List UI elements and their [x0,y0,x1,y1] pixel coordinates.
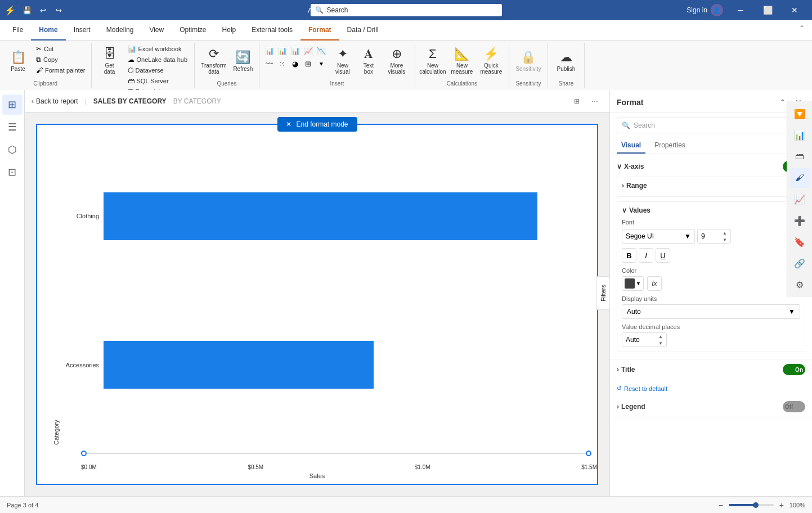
sidebar-item-dax[interactable]: ⊡ [2,162,23,182]
new-calculation-button[interactable]: Σ New calculation [419,44,447,78]
data-panel-icon[interactable]: 🗃 [789,146,810,166]
tab-format[interactable]: Format [300,20,339,40]
zoom-slider-thumb[interactable] [753,502,759,508]
tab-data-drill[interactable]: Data / Drill [339,20,387,40]
tab-modeling[interactable]: Modeling [98,20,142,40]
copy-button[interactable]: ⧉ Copy [34,55,88,65]
filter-icon-button[interactable]: ⊞ [569,93,585,109]
column-chart-icon[interactable]: 📈 [303,45,314,56]
clothing-bar[interactable] [104,192,537,240]
title-toggle[interactable]: On [783,364,805,375]
range-subsection: › Range [617,177,805,197]
settings-panel-icon[interactable]: ⚙ [789,274,810,295]
publish-button[interactable]: ☁ Publish [551,44,581,78]
display-units-select[interactable]: Auto ▼ [622,304,800,319]
sensitivity-button[interactable]: 🔒 Sensitivity [513,44,544,78]
chart-visual[interactable]: Category Clothing [36,124,598,485]
cut-button[interactable]: ✂ Cut [34,44,88,54]
filter-panel-icon[interactable]: 🔽 [789,104,810,124]
dataverse-button[interactable]: ⬡ Dataverse [125,65,191,75]
reset-to-default-button[interactable]: ↺ Reset to default [610,380,812,397]
tab-properties[interactable]: Properties [650,138,690,154]
zoom-in-button[interactable]: + [776,500,787,511]
tab-optimize[interactable]: Optimize [172,20,214,40]
scatter-chart-icon[interactable]: ⁙ [277,58,288,69]
font-family-select[interactable]: Segoe UI ▼ [622,229,695,244]
values-header[interactable]: ∨ Values [622,206,800,219]
sidebar-item-table[interactable]: ☰ [2,117,23,137]
x-axis-section-header[interactable]: ∨ X-axis On [610,156,812,177]
x-axis-left-handle[interactable] [81,451,87,456]
add-panel-icon[interactable]: ➕ [789,210,810,231]
decimal-up-button[interactable]: ▲ [658,333,663,340]
zoom-slider[interactable] [729,504,774,506]
tab-insert[interactable]: Insert [66,20,98,40]
title-section-header[interactable]: › Title On [610,359,812,380]
refresh-button[interactable]: 🔄 Refresh [231,44,255,78]
viz-panel-icon[interactable]: 📊 [789,125,810,145]
format-search-input[interactable]: 🔍 Search [617,118,805,133]
filters-tab[interactable]: Filters [596,276,609,310]
font-size-input[interactable]: 9 ▲ ▼ [697,229,731,244]
link-panel-icon[interactable]: 🔗 [789,253,810,273]
transform-button[interactable]: ⟳ Transform data [198,44,230,78]
paste-button[interactable]: 📋 Paste [3,44,33,78]
more-visuals-button[interactable]: ⊕ More visuals [382,44,411,78]
treemap-icon[interactable]: ⊞ [303,58,314,69]
onelake-button[interactable]: ☁ OneLake data hub [125,55,191,65]
undo-button[interactable]: ↩ [36,3,50,17]
sign-in-button[interactable]: Sign in 👤 [682,2,728,19]
quick-measure-button[interactable]: ⚡ Quick measure [477,44,505,78]
zoom-out-button[interactable]: − [715,500,726,511]
tab-help[interactable]: Help [214,20,244,40]
restore-button[interactable]: ⬜ [755,0,780,20]
underline-button[interactable]: U [656,248,670,263]
bookmark-panel-icon[interactable]: 🔖 [789,232,810,252]
legend-toggle[interactable]: Off [783,401,805,412]
redo-button[interactable]: ↪ [52,3,65,17]
new-measure-button[interactable]: 📐 New measure [448,44,476,78]
titlebar-search[interactable]: 🔍 Search [311,4,502,16]
end-format-mode-button[interactable]: ✕ End format mode [277,117,357,132]
get-data-button[interactable]: 🗄 Get data [95,44,124,78]
bold-button[interactable]: B [622,248,636,263]
tab-home[interactable]: Home [31,20,65,40]
legend-section-header[interactable]: › Legend Off [610,397,812,417]
sql-button[interactable]: 🗃 SQL Server [125,76,191,86]
font-size-down-button[interactable]: ▼ [723,236,727,243]
format-painter-button[interactable]: 🖌 Format painter [34,65,88,75]
save-button[interactable]: 💾 [20,3,34,17]
x-axis-right-handle[interactable] [586,451,591,456]
stacked-bar-icon[interactable]: 📊 [264,45,275,56]
more-charts-icon[interactable]: ▼ [316,58,327,69]
new-visual-button[interactable]: ✦ New visual [330,44,355,78]
sidebar-item-model[interactable]: ⬡ [2,140,23,160]
excel-button[interactable]: 📊 Excel workbook [125,44,191,54]
format-active-icon[interactable]: 🖌 [789,168,810,188]
italic-button[interactable]: I [639,248,653,263]
sidebar-item-report[interactable]: ⊞ [2,94,23,115]
clustered-bar-icon[interactable]: 📊 [277,45,288,56]
tab-file[interactable]: File [5,20,31,40]
font-size-up-button[interactable]: ▲ [723,230,727,236]
minimize-button[interactable]: ─ [728,0,753,20]
analytics-panel-icon[interactable]: 📈 [789,189,810,209]
ribbon-collapse-button[interactable]: ⌃ [796,22,807,34]
tab-visual[interactable]: Visual [617,138,645,154]
100pct-bar-icon[interactable]: 📊 [290,45,301,56]
line-chart-icon[interactable]: 📉 [316,45,327,56]
color-fx-button[interactable]: fx [647,276,662,291]
pie-chart-icon[interactable]: ◕ [290,58,301,69]
area-chart-icon[interactable]: 〰 [264,58,275,69]
accessories-bar[interactable] [104,341,374,389]
decimal-places-input[interactable]: Auto ▲ ▼ [622,332,667,347]
range-header[interactable]: › Range [622,182,800,192]
tab-external-tools[interactable]: External tools [244,20,300,40]
back-to-report-button[interactable]: ‹ Back to report [32,97,78,105]
text-box-button[interactable]: 𝐀 Text box [356,44,381,78]
close-button[interactable]: ✕ [782,0,807,20]
color-picker-button[interactable]: ▼ [622,276,644,291]
decimal-down-button[interactable]: ▼ [658,340,663,346]
more-options-button[interactable]: ⋯ [587,93,603,109]
tab-view[interactable]: View [141,20,172,40]
